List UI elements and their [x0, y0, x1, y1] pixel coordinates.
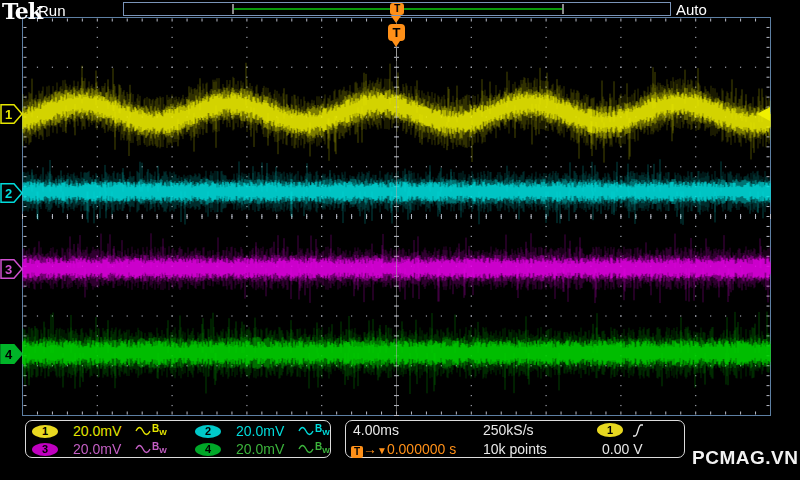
- record-length-value: 10k points: [483, 441, 547, 457]
- trigger-arrow-icon: →: [363, 441, 377, 457]
- record-trigger-marker-icon: T: [390, 3, 404, 15]
- trigger-mode-label: Auto: [676, 1, 707, 18]
- record-view-bar: T: [123, 2, 671, 16]
- channel-2-marker-number: 2: [5, 186, 12, 201]
- trigger-flag-icon: T: [388, 24, 405, 41]
- channel-1-scale: 20.0mV: [73, 423, 133, 439]
- channel-2-readout: 2 20.0mV BW: [189, 423, 330, 439]
- waveform-canvas: [0, 0, 800, 480]
- bandwidth-limit-icon: BW: [315, 424, 330, 438]
- record-window-bracket-right: [562, 4, 564, 14]
- trigger-cursor-glyph: ▼: [377, 445, 387, 456]
- horizontal-readout-row: 4.00ms 250kS/s 1: [346, 422, 684, 440]
- trigger-flag-stem: [396, 47, 397, 61]
- channel-2-marker: 2: [0, 183, 23, 203]
- channel-4-scale: 20.0mV: [236, 441, 296, 457]
- trigger-level-value: 0.00 V: [602, 441, 642, 457]
- channel-1-marker: 1: [0, 104, 23, 124]
- trigger-flag-tip-icon: [392, 41, 400, 47]
- trigger-t-icon: T: [351, 446, 363, 458]
- trigger-readout-row: T→▼0.000000 s 10k points 0.00 V: [346, 441, 684, 459]
- ac-coupling-icon: [298, 424, 314, 436]
- bandwidth-limit-icon: BW: [152, 442, 167, 456]
- rising-edge-icon: [632, 423, 644, 438]
- bandwidth-limit-icon: BW: [152, 424, 167, 438]
- channel-3-marker-number: 3: [5, 262, 12, 277]
- trigger-cursor-icon: [391, 16, 401, 23]
- bandwidth-limit-icon: BW: [315, 442, 330, 456]
- channel-1-marker-number: 1: [5, 107, 12, 122]
- channel-4-marker-number: 4: [5, 347, 13, 362]
- channel-3-readout: 3 20.0mV BW: [26, 441, 189, 457]
- ac-coupling-icon: [135, 442, 151, 454]
- channel-3-badge: 3: [32, 443, 58, 456]
- channel-1-readout: 1 20.0mV BW: [26, 423, 189, 439]
- channel-4-readout: 4 20.0mV BW: [189, 441, 330, 457]
- sample-rate-value: 250kS/s: [483, 422, 534, 438]
- channel-3-scale: 20.0mV: [73, 441, 133, 457]
- channel-2-scale: 20.0mV: [236, 423, 296, 439]
- trigger-source-badge: 1: [597, 423, 623, 437]
- trigger-position-group: T→▼0.000000 s: [351, 441, 456, 458]
- channel-3-marker: 3: [0, 259, 23, 279]
- acquisition-status: Run: [38, 2, 66, 19]
- trigger-position-value: 0.000000 s: [387, 441, 456, 457]
- channel-4-badge: 4: [195, 443, 221, 456]
- channel-1-badge: 1: [32, 425, 58, 438]
- trigger-level-arrow-icon: [757, 107, 770, 121]
- oscilloscope-screen: Tek Run Auto T T 1 2 3 4 1 20.0mV BW: [0, 0, 800, 480]
- channel-4-marker: 4: [0, 344, 23, 364]
- tek-logo: Tek: [2, 0, 42, 24]
- channel-2-badge: 2: [195, 425, 221, 438]
- record-window-bracket-left: [232, 4, 234, 14]
- ac-coupling-icon: [298, 442, 314, 454]
- channel-readout-box: 1 20.0mV BW 2 20.0mV BW 3 20.0mV BW 4: [25, 420, 331, 458]
- horizontal-trigger-readout-box: 4.00ms 250kS/s 1 T→▼0.000000 s 10k point…: [345, 420, 685, 458]
- timebase-value: 4.00ms: [353, 422, 399, 438]
- ac-coupling-icon: [135, 424, 151, 436]
- pcmag-watermark: PCMAG.VN: [692, 447, 798, 469]
